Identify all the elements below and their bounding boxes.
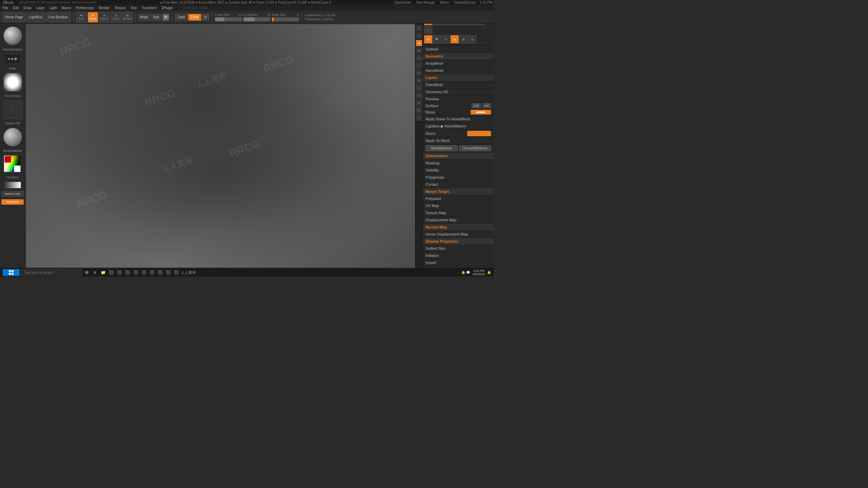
vert-icon-1[interactable]: ⊞	[416, 25, 422, 31]
vert-icon-7[interactable]: ⊟	[416, 70, 422, 76]
taskbar-icon-12[interactable]: ⬛	[173, 269, 180, 276]
menu-light[interactable]: Light	[48, 6, 58, 10]
canvas-area[interactable]: RRCG RRCG RRCG RRCG RRCG 人人素材 人人素材	[25, 24, 422, 268]
geometry-hd-item[interactable]: Geometry HD	[423, 88, 494, 96]
polypaint-item[interactable]: Polypaint	[423, 195, 494, 202]
menu-label[interactable]: Menu	[439, 1, 450, 4]
menu-preferences[interactable]: Preferences	[74, 6, 95, 10]
taskbar-notif[interactable]: 🔔	[487, 271, 491, 274]
taskbar-icon-8[interactable]: ⬛	[140, 269, 147, 276]
vert-icon-6[interactable]: ⊹	[416, 62, 422, 68]
brush-preview[interactable]	[3, 26, 22, 45]
vert-icon-13[interactable]: ✦	[416, 115, 422, 121]
menu-texture[interactable]: Texture	[113, 6, 127, 10]
displacement-map-item[interactable]: Displacement Map	[423, 217, 494, 224]
vert-icon-2[interactable]: ⊡	[416, 33, 422, 39]
zsub-extra-btn[interactable]: ⊝	[202, 14, 209, 21]
masking-item[interactable]: Masking	[423, 160, 494, 167]
taskbar-icon-2[interactable]: e	[92, 269, 98, 276]
initialize-item[interactable]: Initialize	[423, 252, 494, 259]
vert-icon-3[interactable]: ◈	[416, 40, 422, 46]
live-boolean-btn[interactable]: Live Boolean	[46, 13, 71, 22]
menu-draw[interactable]: Draw	[22, 6, 33, 10]
arraymesh-item[interactable]: ArrayMesh	[423, 60, 494, 67]
vector-displacement-map-item[interactable]: Vector Displacement Map	[423, 231, 494, 238]
mrgb-btn[interactable]: Mrgb	[138, 14, 150, 21]
deformation-item[interactable]: Deformation	[423, 152, 494, 160]
menu-macro[interactable]: Macro	[60, 6, 72, 10]
menu-tool[interactable]: Tool	[129, 6, 138, 10]
r-icon-12[interactable]: ◈	[451, 35, 459, 43]
taskbar-icon-9[interactable]: ⬛	[149, 269, 155, 276]
uv-map-item[interactable]: UV Map	[423, 202, 494, 209]
edit-btn[interactable]: ✏ Edit	[76, 12, 86, 22]
vert-icon-10[interactable]: ⊡	[416, 92, 422, 98]
zadd-btn[interactable]: Zadd	[175, 14, 188, 21]
vert-icon-5[interactable]: ✦	[416, 55, 422, 61]
vert-icon-9[interactable]: ◇	[416, 85, 422, 91]
unmaskbynoise-btn[interactable]: UnmaskByNoise	[459, 145, 491, 151]
vert-icon-12[interactable]: ⊠	[416, 107, 422, 113]
draw-size-slider[interactable]	[272, 17, 299, 21]
taskbar-icon-11[interactable]: ⬛	[165, 269, 172, 276]
move-btn[interactable]: ⊹ Move	[99, 12, 110, 22]
default-zscript[interactable]: DefaultZScript	[453, 1, 477, 4]
alternate-btn[interactable]: Alternate	[1, 199, 24, 205]
rgb-btn[interactable]: Rgb	[151, 14, 161, 21]
texture-map-item[interactable]: Texture Map	[423, 209, 494, 217]
brush-dots[interactable]	[4, 54, 21, 64]
apply-noise-item[interactable]: Apply Noise To NoiseMesh	[423, 116, 494, 123]
nanomesh-item[interactable]: NanoMesh	[423, 67, 494, 74]
switch-color-btn[interactable]: SwitchColor	[1, 191, 24, 197]
morph-target-item[interactable]: Morph Target	[423, 188, 494, 195]
menu-zbrush[interactable]: ZBrush	[1, 1, 15, 4]
draw-btn[interactable]: ✦ Draw	[88, 12, 98, 22]
windows-start-btn[interactable]	[3, 269, 20, 276]
r-icon-9[interactable]: ⚙	[424, 35, 432, 43]
lightbox-noise-item[interactable]: Lightbox ▶ NoiseMakers	[423, 123, 494, 130]
fibermesh-item[interactable]: FiberMesh	[423, 81, 494, 88]
display-properties-item[interactable]: Display Properties	[423, 238, 494, 245]
polygroups-item[interactable]: Polygroups	[423, 174, 494, 181]
taskbar-icon-7[interactable]: ⬛	[132, 269, 139, 276]
subtool-item[interactable]: Subtool	[423, 46, 494, 53]
lightbox-btn[interactable]: LightBox	[27, 13, 45, 22]
color-picker[interactable]	[4, 155, 21, 173]
taskbar-icon-6[interactable]: ⬛	[124, 269, 131, 276]
preview-item[interactable]: Preview	[423, 96, 494, 103]
m-btn[interactable]: M	[162, 14, 169, 21]
menu-zplugin[interactable]: ZPlugin	[160, 6, 174, 10]
see-through-btn[interactable]: See through	[415, 1, 436, 4]
menu-file[interactable]: File	[1, 6, 9, 10]
taskbar-icon-1[interactable]: ⊞	[83, 269, 90, 276]
storm-indicator[interactable]	[467, 131, 491, 136]
surface-label[interactable]: Surface	[426, 104, 470, 108]
gradient-preview[interactable]	[4, 182, 21, 188]
menu-transform[interactable]: Transform	[140, 6, 158, 10]
home-page-btn[interactable]: Home Page	[3, 13, 25, 22]
apply-to-mesh-item[interactable]: Apply To Mesh	[423, 137, 494, 144]
menu-layer[interactable]: Layer	[35, 6, 46, 10]
layers-header[interactable]: Layers	[423, 74, 494, 81]
visibility-item[interactable]: Visibility	[423, 167, 494, 174]
vert-icon-11[interactable]: ◈	[416, 100, 422, 106]
r-icon-11[interactable]: ⊡	[442, 35, 450, 43]
surface-del-btn[interactable]: Del	[482, 103, 491, 108]
rotate-btn[interactable]: ↻ Rotate	[122, 12, 133, 22]
r-icon-8[interactable]: ◇	[424, 26, 432, 34]
vert-icon-8[interactable]: ⊞	[416, 77, 422, 83]
taskbar-icon-10[interactable]: ⬛	[157, 269, 163, 276]
zsub-btn[interactable]: ZSub	[188, 14, 201, 21]
taskbar-search[interactable]	[21, 269, 82, 276]
z-intensity-slider[interactable]	[243, 17, 271, 21]
taskbar-icon-3[interactable]: 📁	[100, 269, 106, 276]
r-icon-13[interactable]: ⊞	[459, 35, 468, 43]
surface-edit-btn[interactable]: Edit	[472, 103, 481, 108]
texture-off-preview[interactable]: T	[3, 100, 22, 119]
vert-icon-4[interactable]: ⊠	[416, 47, 422, 54]
quicksave-btn[interactable]: QuickSave	[393, 1, 412, 4]
r-icon-10[interactable]: 🔍	[433, 35, 441, 43]
taskbar-icon-5[interactable]: ⬛	[116, 269, 123, 276]
menu-render[interactable]: Render	[97, 6, 111, 10]
maskbynoise-btn[interactable]: MaskByNoise	[426, 145, 458, 151]
